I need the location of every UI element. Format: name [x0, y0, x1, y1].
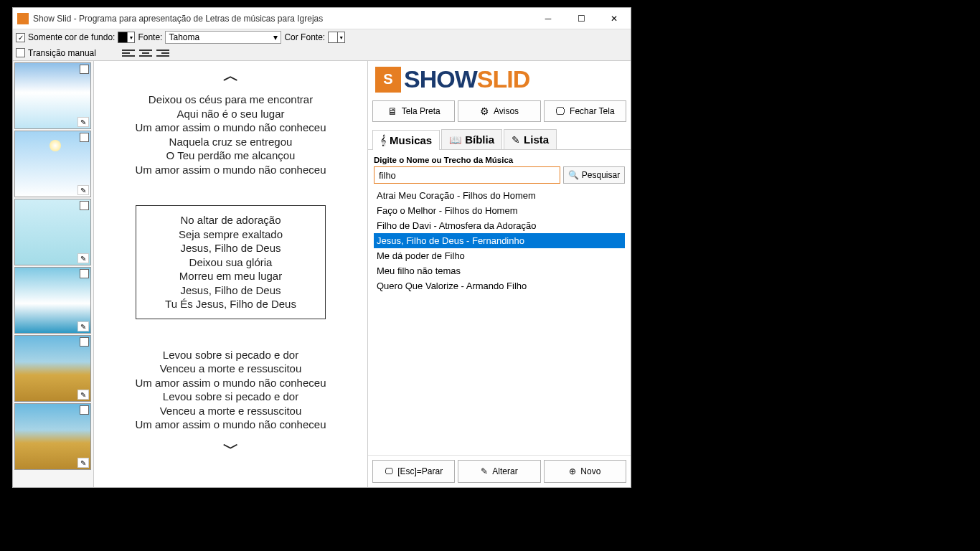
black-screen-button[interactable]: 🖥 Tela Preta [372, 100, 455, 122]
main-area: ✎ ✎ ✎ ✎ ✎ ✎ ︿ Deixou os céus para me enc… [13, 61, 631, 487]
bg-color-picker[interactable]: ▼ [118, 32, 135, 43]
search-button[interactable]: 🔍 Pesquisar [563, 166, 625, 184]
new-button[interactable]: ⊕ Novo [544, 460, 626, 483]
thumbnail[interactable]: ✎ [14, 199, 91, 265]
font-color-picker[interactable]: ▼ [328, 32, 345, 43]
tab-music[interactable]: 𝄞 Musicas [372, 130, 440, 150]
align-center-button[interactable] [139, 47, 152, 59]
scroll-down-button[interactable]: ﹀ [223, 438, 239, 459]
only-bg-checkbox[interactable] [16, 33, 25, 42]
search-results: Atrai Meu Coração - Filhos do HomemFaço … [368, 187, 631, 455]
result-item[interactable]: Meu filho não temas [374, 263, 625, 278]
search-icon: 🔍 [568, 170, 579, 180]
result-item[interactable]: Me dá poder de Filho [374, 248, 625, 263]
thumb-checkbox[interactable] [80, 65, 89, 74]
thumb-edit-icon[interactable]: ✎ [77, 458, 89, 468]
search-label: Digite o Nome ou Trecho da Música [374, 156, 625, 164]
thumb-edit-icon[interactable]: ✎ [77, 321, 89, 331]
tab-list[interactable]: ✎ Lista [504, 129, 557, 149]
stop-button[interactable]: 🖵 [Esc]=Parar [372, 460, 455, 483]
book-icon: 📖 [449, 134, 461, 146]
font-select[interactable]: Tahoma▾ [165, 31, 281, 44]
app-window: Show Slid - Programa para apresentação d… [12, 7, 631, 488]
logo-text: SHOWSLID [404, 65, 529, 93]
align-right-button[interactable] [156, 47, 169, 59]
notices-button[interactable]: ⚙ Avisos [458, 100, 540, 122]
thumb-checkbox[interactable] [80, 405, 89, 415]
pencil-icon: ✎ [481, 466, 488, 476]
thumb-checkbox[interactable] [80, 201, 89, 210]
scroll-up-button[interactable]: ︿ [223, 65, 239, 87]
thumb-checkbox[interactable] [80, 337, 89, 347]
lyrics-pane: ︿ Deixou os céus para me encontrarAqui n… [94, 61, 367, 487]
thumbnail[interactable]: ✎ [14, 403, 91, 470]
bottom-actions: 🖵 [Esc]=Parar ✎ Alterar ⊕ Novo [368, 455, 631, 487]
tabs: 𝄞 Musicas 📖 Bíblia ✎ Lista [368, 125, 631, 150]
toolbar-row-1: Somente cor de fundo: ▼ Fonte: Tahoma▾ C… [13, 29, 631, 45]
minimize-button[interactable]: ─ [532, 8, 565, 29]
monitor-icon: 🖥 [387, 105, 397, 117]
tab-bible[interactable]: 📖 Bíblia [441, 129, 502, 149]
align-left-button[interactable] [122, 47, 135, 59]
close-screen-button[interactable]: 🖵 Fechar Tela [544, 100, 626, 122]
titlebar: Show Slid - Programa para apresentação d… [13, 8, 631, 29]
font-color-label: Cor Fonte: [284, 32, 325, 42]
font-label: Fonte: [138, 32, 162, 42]
result-item[interactable]: Faço o Melhor - Filhos do Homem [374, 203, 625, 218]
toolbar-row-2: Transição manual [13, 45, 631, 61]
music-note-icon: 𝄞 [380, 134, 386, 146]
logo: S SHOWSLID [368, 61, 631, 98]
result-item[interactable]: Atrai Meu Coração - Filhos do Homem [374, 188, 625, 203]
right-panel: S SHOWSLID 🖥 Tela Preta ⚙ Avisos 🖵 Fecha… [367, 61, 631, 487]
edit-button[interactable]: ✎ Alterar [458, 460, 540, 483]
presentation-icon: 🖵 [385, 466, 393, 476]
thumb-edit-icon[interactable]: ✎ [77, 390, 89, 400]
action-row: 🖥 Tela Preta ⚙ Avisos 🖵 Fechar Tela [368, 98, 631, 125]
screen-icon: 🖵 [555, 105, 565, 117]
result-item[interactable]: Jesus, Filho de Deus - Fernandinho [374, 233, 625, 248]
lyric-verse[interactable]: Deixou os céus para me encontrarAqui não… [136, 93, 326, 176]
close-button[interactable]: ✕ [598, 8, 631, 29]
search-input[interactable] [374, 166, 560, 184]
thumbnail[interactable]: ✎ [14, 62, 91, 129]
thumb-edit-icon[interactable]: ✎ [77, 185, 89, 195]
manual-transition-checkbox[interactable] [16, 48, 25, 57]
thumbnail[interactable]: ✎ [14, 335, 91, 402]
thumb-checkbox[interactable] [80, 269, 89, 278]
thumb-edit-icon[interactable]: ✎ [77, 253, 89, 263]
lyric-verse[interactable]: No altar de adoraçãoSeja sempre exaltado… [136, 205, 326, 319]
search-area: Digite o Nome ou Trecho da Música 🔍 Pesq… [368, 150, 631, 187]
result-item[interactable]: Filho de Davi - Atmosfera da Adoração [374, 218, 625, 233]
plus-icon: ⊕ [569, 466, 576, 476]
manual-transition-label: Transição manual [28, 48, 96, 58]
thumb-checkbox[interactable] [80, 133, 89, 142]
thumb-edit-icon[interactable]: ✎ [77, 117, 89, 127]
background-thumbnails: ✎ ✎ ✎ ✎ ✎ ✎ [13, 61, 94, 487]
maximize-button[interactable]: ☐ [565, 8, 598, 29]
share-icon: ⚙ [480, 105, 489, 117]
lyric-verse[interactable]: Levou sobre si pecado e dorVenceu a mort… [136, 348, 326, 432]
result-item[interactable]: Quero Que Valorize - Armando Filho [374, 278, 625, 293]
logo-icon: S [375, 67, 401, 93]
thumbnail[interactable]: ✎ [14, 267, 91, 334]
app-icon [17, 13, 29, 24]
edit-icon: ✎ [512, 134, 520, 146]
window-title: Show Slid - Programa para apresentação d… [33, 14, 532, 24]
only-bg-label: Somente cor de fundo: [28, 32, 115, 42]
thumbnail[interactable]: ✎ [14, 131, 91, 197]
